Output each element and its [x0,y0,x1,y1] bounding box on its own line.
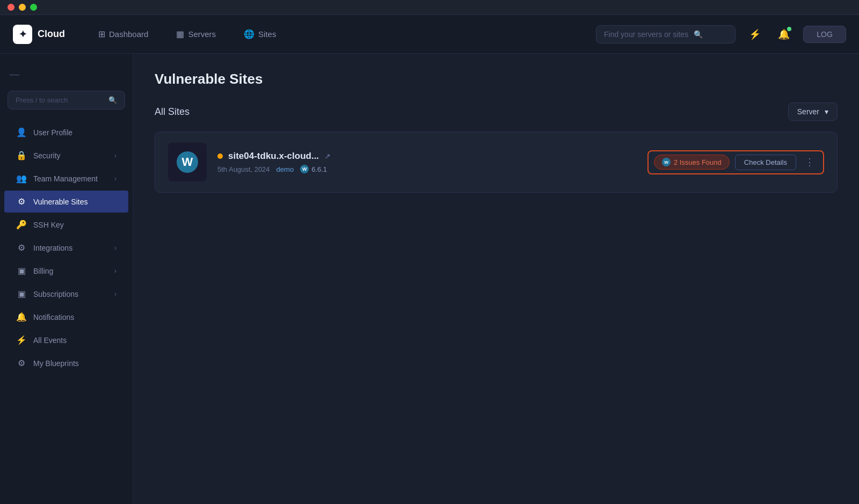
section-title: All Sites [155,106,190,118]
logo-icon: ✦ [13,25,32,44]
check-details-button[interactable]: Check Details [735,155,796,170]
sites-icon: 🌐 [244,29,254,39]
vulnerable-sites-icon: ⚙ [16,196,27,207]
sidebar-item-subscriptions[interactable]: ▣ Subscriptions › [4,283,128,305]
sidebar-item-my-blueprints[interactable]: ⚙ My Blueprints [4,352,128,374]
chevron-down-icon: ▾ [825,107,828,116]
integrations-icon: ⚙ [16,243,27,253]
page-title: Vulnerable Sites [155,71,838,87]
nav-label-dashboard: Dashboard [109,30,148,39]
sidebar-item-integrations[interactable]: ⚙ Integrations › [4,237,128,259]
site-meta: 5th August, 2024 demo W 6.6.1 [217,165,637,173]
wordpress-version-icon: W [300,165,309,173]
user-profile-icon: 👤 [16,127,27,137]
user-menu-button[interactable]: LOG [803,26,846,43]
nav-label-sites: Sites [258,30,276,39]
sidebar-item-label: SSH Key [33,221,64,229]
sidebar-item-label: Integrations [33,244,72,252]
sidebar-collapse-button[interactable]: — [0,67,133,90]
issues-badge[interactable]: W 2 Issues Found [654,155,730,170]
chevron-right-icon: › [114,244,117,252]
team-management-icon: 👥 [16,173,27,184]
ssh-key-icon: 🔑 [16,220,27,230]
billing-icon: ▣ [16,266,27,276]
site-name-row: site04-tdku.x-cloud... ↗ [217,151,637,162]
sidebar: — Press / to search 🔍 👤 User Profile 🔒 S… [0,54,133,504]
main-content: Vulnerable Sites All Sites Server ▾ W si… [133,54,859,504]
nav-item-servers[interactable]: ▦ Servers [171,26,221,42]
sidebar-item-vulnerable-sites[interactable]: ⚙ Vulnerable Sites [4,191,128,213]
topbar-right: Find your servers or sites 🔍 ⚡ 🔔 LOG [596,25,846,44]
activity-button[interactable]: ⚡ [745,25,765,44]
sidebar-item-team-management[interactable]: 👥 Team Management › [4,167,128,189]
issues-count-text: 2 Issues Found [674,158,722,166]
search-placeholder-text: Find your servers or sites [604,30,688,39]
my-blueprints-icon: ⚙ [16,358,27,368]
wp-version: W 6.6.1 [300,165,327,173]
sidebar-item-label: Notifications [33,313,74,322]
sidebar-item-all-events[interactable]: ⚡ All Events [4,329,128,351]
nav-item-dashboard[interactable]: ⊞ Dashboard [93,26,154,42]
site-date: 5th August, 2024 [217,165,270,173]
sidebar-item-notifications[interactable]: 🔔 Notifications [4,306,128,328]
security-icon: 🔒 [16,150,27,160]
chevron-right-icon: › [114,290,117,298]
more-options-button[interactable]: ⋮ [802,155,818,169]
sidebar-item-label: Billing [33,267,53,275]
notification-dot [787,27,791,31]
main-layout: — Press / to search 🔍 👤 User Profile 🔒 S… [0,54,859,504]
sidebar-search-text: Press / to search [16,96,68,104]
sidebar-item-user-profile[interactable]: 👤 User Profile [4,121,128,143]
server-filter-dropdown[interactable]: Server ▾ [788,103,838,121]
dashboard-icon: ⊞ [98,29,105,39]
sidebar-item-ssh-key[interactable]: 🔑 SSH Key [4,214,128,236]
site-tag-demo: demo [276,165,294,173]
search-icon: 🔍 [694,30,703,39]
sidebar-item-label: Security [33,151,61,160]
chevron-right-icon: › [114,175,117,182]
sidebar-item-billing[interactable]: ▣ Billing › [4,260,128,282]
sidebar-item-label: User Profile [33,128,72,137]
site-status-dot [217,154,223,159]
all-events-icon: ⚡ [16,335,27,345]
section-header: All Sites Server ▾ [155,103,838,121]
logo-text: Cloud [38,28,65,40]
traffic-light-yellow[interactable] [19,4,26,11]
nav-label-servers: Servers [188,30,216,39]
activity-icon: ⚡ [749,28,761,40]
site-info: site04-tdku.x-cloud... ↗ 5th August, 202… [217,151,637,173]
sidebar-search-icon: 🔍 [108,96,117,104]
notifications-icon: 🔔 [16,312,27,322]
sidebar-item-security[interactable]: 🔒 Security › [4,144,128,166]
site-thumbnail: W [168,143,207,181]
issues-wp-icon: W [662,158,671,166]
chevron-right-icon: › [114,267,117,275]
sidebar-item-label: My Blueprints [33,359,79,368]
sidebar-item-label: All Events [33,336,67,345]
wordpress-logo: W [177,151,198,173]
topbar: ✦ Cloud ⊞ Dashboard ▦ Servers 🌐 Sites Fi… [0,15,859,54]
site-card: W site04-tdku.x-cloud... ↗ 5th August, 2… [155,132,838,193]
global-search[interactable]: Find your servers or sites 🔍 [596,25,736,43]
window-chrome [0,0,859,15]
logo-area: ✦ Cloud [13,25,65,44]
sidebar-search[interactable]: Press / to search 🔍 [8,91,125,109]
traffic-light-green[interactable] [30,4,37,11]
site-actions: W 2 Issues Found Check Details ⋮ [647,150,824,174]
external-link-icon[interactable]: ↗ [324,152,331,160]
sidebar-item-label: Subscriptions [33,290,78,298]
traffic-light-red[interactable] [8,4,14,11]
servers-icon: ▦ [176,29,184,39]
sidebar-item-label: Vulnerable Sites [33,198,88,206]
nav-item-sites[interactable]: 🌐 Sites [238,26,281,42]
site-name: site04-tdku.x-cloud... [228,151,319,162]
sidebar-item-label: Team Management [33,174,98,183]
notification-button[interactable]: 🔔 [774,25,794,44]
chevron-right-icon: › [114,152,117,159]
server-filter-label: Server [797,107,819,116]
wp-version-number: 6.6.1 [311,165,327,173]
subscriptions-icon: ▣ [16,289,27,299]
